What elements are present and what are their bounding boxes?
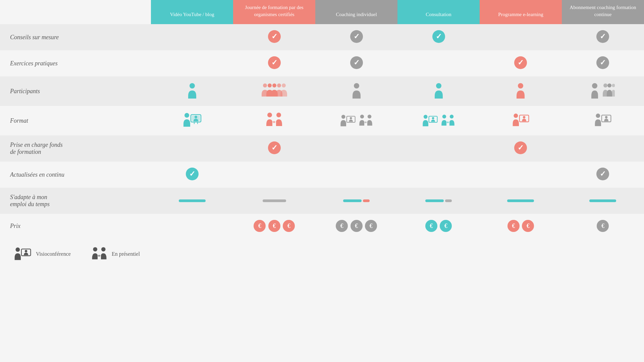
presentiel-salmon-icon — [265, 112, 283, 128]
legend-visio: Visioconférence — [13, 246, 71, 261]
bar-salmon-icon — [363, 199, 370, 202]
legend-presentiel-icon — [91, 246, 108, 261]
legend-presentiel-label: En présentiel — [112, 251, 140, 257]
row-actualisees: Actualisées en continu — [0, 162, 644, 188]
svg-point-34 — [514, 114, 518, 118]
cell-conseils-coaching — [315, 24, 397, 50]
cell-exercices-elearning — [480, 50, 562, 76]
cell-prise-elearning — [480, 135, 562, 162]
legend-presentiel: En présentiel — [91, 246, 140, 261]
svg-point-7 — [436, 83, 441, 88]
label-exercices: Exercices pratiques — [0, 50, 151, 76]
svg-point-30 — [432, 117, 434, 119]
svg-point-6 — [354, 83, 359, 88]
bar-gray-icon — [263, 199, 286, 202]
cell-actualisees-abonnement — [562, 162, 644, 188]
cell-conseils-consultation — [397, 24, 480, 50]
svg-point-16 — [195, 116, 197, 118]
check-icon — [268, 30, 281, 43]
cell-prix-coaching: € € € — [315, 214, 397, 238]
header-label-col — [0, 0, 151, 24]
header-col-journee: Journée de formation par des organismes … — [233, 0, 315, 24]
cell-participants-consultation — [397, 76, 480, 106]
svg-point-1 — [263, 83, 267, 87]
check-icon — [350, 30, 363, 43]
svg-point-13 — [184, 113, 189, 118]
visio-teal2-icon — [422, 114, 438, 128]
cell-conseils-youtube — [151, 24, 233, 50]
cell-prise-consultation — [397, 135, 480, 162]
cell-sadapte-abonnement — [562, 188, 644, 214]
svg-point-36 — [523, 116, 525, 118]
cell-participants-abonnement — [562, 76, 644, 106]
cell-exercices-coaching — [315, 50, 397, 76]
cell-actualisees-journee — [233, 162, 315, 188]
person-single-gray-icon — [351, 82, 362, 99]
check-icon — [596, 56, 609, 69]
svg-point-33 — [447, 121, 449, 123]
svg-point-40 — [15, 247, 20, 252]
legend: Visioconférence En présentiel — [0, 238, 644, 270]
svg-point-20 — [276, 113, 281, 117]
cell-prix-abonnement: € — [562, 214, 644, 238]
bar-elearning — [483, 199, 558, 202]
euro-icon: € — [351, 220, 363, 232]
svg-point-10 — [603, 83, 607, 87]
check-icon — [514, 141, 527, 154]
svg-point-5 — [282, 83, 286, 87]
check-icon — [432, 30, 445, 43]
header-col-youtube: Vidéo YouTube / blog — [151, 0, 233, 24]
person-single-and-group-gray-icon — [591, 82, 615, 99]
euro-icon: € — [365, 220, 377, 232]
header-col-elearning: Programme e-learning — [480, 0, 562, 24]
svg-point-42 — [25, 250, 27, 252]
label-prix: Prix — [0, 214, 151, 238]
euro-icon: € — [254, 220, 266, 232]
bar-youtube — [154, 199, 230, 202]
label-conseils: Conseils sur mesure — [0, 24, 151, 50]
cell-exercices-consultation — [397, 50, 480, 76]
cell-prise-coaching — [315, 135, 397, 162]
cell-exercices-youtube — [151, 50, 233, 76]
cell-exercices-abonnement — [562, 50, 644, 76]
euro-icon: € — [597, 220, 609, 232]
cell-prise-youtube — [151, 135, 233, 162]
svg-point-26 — [368, 115, 371, 118]
label-format: Format — [0, 106, 151, 135]
row-sadapte: S'adapte à mon emploi du temps — [0, 188, 644, 214]
svg-point-28 — [424, 115, 428, 119]
person-single-icon — [187, 82, 198, 99]
svg-point-11 — [607, 83, 611, 87]
cell-format-consultation — [397, 106, 480, 135]
svg-point-8 — [518, 83, 523, 88]
bar-gray2-icon — [445, 199, 452, 202]
check-icon — [596, 30, 609, 43]
bar-consultation — [401, 199, 476, 202]
svg-point-4 — [277, 83, 281, 87]
svg-point-43 — [93, 247, 97, 252]
header-col-coaching: Coaching individuel — [315, 0, 397, 24]
svg-point-9 — [592, 83, 597, 88]
euro-icon: € — [440, 220, 452, 232]
row-participants: Participants — [0, 76, 644, 106]
cell-participants-coaching — [315, 76, 397, 106]
label-actualisees: Actualisées en continu — [0, 162, 151, 188]
svg-point-22 — [341, 115, 345, 119]
cell-format-youtube — [151, 106, 233, 135]
svg-point-27 — [365, 121, 367, 123]
bar-teal4-icon — [507, 199, 534, 202]
legend-visio-label: Visioconférence — [36, 251, 71, 257]
cell-actualisees-consultation — [397, 162, 480, 188]
person-single-salmon-icon — [515, 82, 526, 99]
cell-sadapte-elearning — [480, 188, 562, 214]
cell-exercices-journee — [233, 50, 315, 76]
cell-prise-journee — [233, 135, 315, 162]
label-sadapte: S'adapte à mon emploi du temps — [0, 188, 151, 214]
presentiel-teal-icon — [440, 114, 455, 128]
bar-abonnement — [565, 199, 641, 202]
euro-icon: € — [283, 220, 295, 232]
cell-format-abonnement — [562, 106, 644, 135]
euro-icon: € — [336, 220, 348, 232]
cell-format-elearning — [480, 106, 562, 135]
svg-point-32 — [450, 115, 453, 118]
